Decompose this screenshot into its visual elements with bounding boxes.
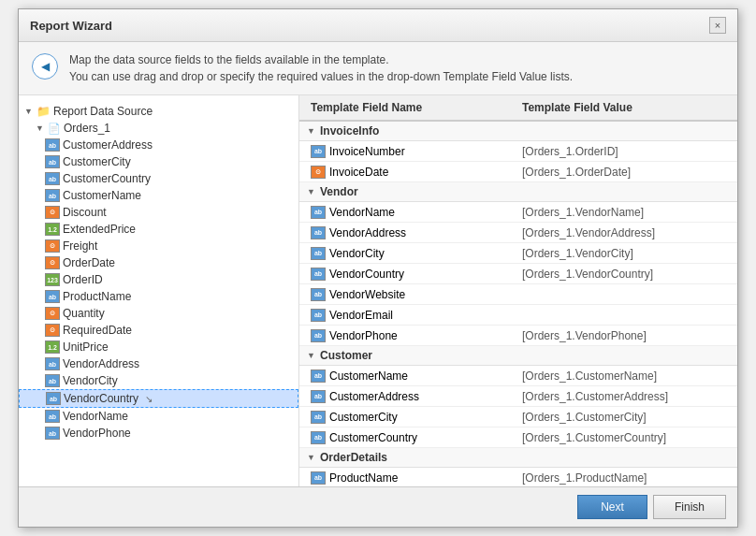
- tree-item[interactable]: abCustomerAddress: [19, 137, 298, 153]
- tree-item[interactable]: abVendorCountry↘: [19, 389, 298, 408]
- cell-value[interactable]: [518, 225, 730, 240]
- cell-value[interactable]: [518, 410, 730, 425]
- field-name: VendorCountry: [64, 392, 138, 405]
- field-type-icon: ⊙: [45, 256, 60, 269]
- group-expand-icon: ▼: [307, 126, 316, 136]
- tree-item[interactable]: 1.2UnitPrice: [19, 339, 298, 355]
- cell-value-input[interactable]: [522, 309, 726, 322]
- cell-value-input[interactable]: [522, 471, 726, 485]
- tree-item[interactable]: abCustomerCity: [19, 153, 298, 170]
- tree-item[interactable]: abVendorAddress: [19, 355, 298, 372]
- tree-item[interactable]: abProductName: [19, 288, 298, 305]
- cell-value-input[interactable]: [522, 431, 726, 444]
- group-expand-icon: ▼: [307, 187, 316, 196]
- group-expand-icon: ▼: [307, 351, 316, 360]
- cell-value[interactable]: [518, 205, 730, 220]
- tree-item[interactable]: abCustomerName: [19, 187, 298, 204]
- group-row: ▼Vendor: [299, 182, 737, 202]
- row-field-name: ProductName: [329, 471, 398, 485]
- cell-value[interactable]: [518, 430, 730, 445]
- cell-name: ab CustomerCountry: [307, 430, 518, 445]
- cell-name: ab VendorAddress: [307, 225, 518, 240]
- table-row: ab VendorAddress: [299, 223, 737, 243]
- group-expand-icon: ▼: [307, 453, 316, 462]
- field-type-icon: ab: [45, 189, 60, 202]
- field-type-icon: ab: [45, 410, 60, 423]
- cell-name: ab VendorWebsite: [307, 287, 518, 302]
- cell-value[interactable]: [518, 144, 730, 159]
- next-button[interactable]: Next: [577, 495, 647, 519]
- field-name: RequiredDate: [63, 324, 132, 337]
- cell-value-input[interactable]: [522, 145, 726, 158]
- tree-item[interactable]: abVendorCity: [19, 372, 298, 389]
- tree-item[interactable]: 123OrderID: [19, 271, 298, 288]
- field-type-icon: ⊙: [45, 206, 60, 219]
- cell-value[interactable]: [518, 308, 730, 323]
- group-label: Customer: [320, 349, 372, 362]
- row-type-icon: ab: [311, 411, 326, 424]
- cell-value-input[interactable]: [522, 369, 726, 383]
- tree-item[interactable]: abVendorName: [19, 408, 298, 425]
- cell-value-input[interactable]: [522, 329, 726, 342]
- tree-item[interactable]: abCustomerCountry: [19, 170, 298, 187]
- table-row: ab VendorCountry: [299, 264, 737, 284]
- field-name: ExtendedPrice: [63, 223, 136, 236]
- content-area: ▼ 📁 Report Data Source ▼ 📄 Orders_1 abCu…: [19, 95, 737, 486]
- row-field-name: VendorCountry: [329, 268, 404, 281]
- tree-item[interactable]: ⊙OrderDate: [19, 254, 298, 271]
- cell-value[interactable]: [518, 267, 730, 282]
- row-field-name: CustomerCountry: [329, 431, 417, 444]
- report-wizard-dialog: Report Wizard × ◀ Map the data source fi…: [18, 8, 738, 528]
- table-body: ▼InvoiceInfo ab InvoiceNumber ⊙ InvoiceD…: [299, 122, 737, 486]
- back-button[interactable]: ◀: [32, 53, 58, 80]
- cell-value-input[interactable]: [522, 268, 726, 281]
- row-type-icon: ab: [311, 431, 326, 444]
- cell-value-input[interactable]: [522, 288, 726, 301]
- field-type-icon: ⊙: [45, 307, 60, 320]
- cell-value[interactable]: [518, 287, 730, 302]
- cell-value-input[interactable]: [522, 390, 726, 403]
- finish-button[interactable]: Finish: [653, 495, 726, 519]
- row-field-name: VendorAddress: [329, 226, 406, 239]
- row-field-name: VendorEmail: [329, 309, 393, 322]
- table-row: ab CustomerName: [299, 366, 737, 386]
- table-row: ab VendorWebsite: [299, 284, 737, 305]
- cell-value[interactable]: [518, 389, 730, 404]
- row-type-icon: ab: [311, 288, 326, 301]
- table-row: ab CustomerCountry: [299, 427, 737, 448]
- tree-item[interactable]: ⊙Quantity: [19, 305, 298, 322]
- tree-item[interactable]: ⊙Discount: [19, 204, 298, 221]
- row-type-icon: ab: [311, 268, 326, 281]
- cell-value[interactable]: [518, 165, 730, 180]
- tree-datasource[interactable]: ▼ 📄 Orders_1: [19, 120, 298, 137]
- cell-value[interactable]: [518, 328, 730, 343]
- row-type-icon: ab: [311, 309, 326, 322]
- tree-section: ▼ 📁 Report Data Source ▼ 📄 Orders_1 abCu…: [19, 99, 298, 445]
- close-button[interactable]: ×: [709, 17, 726, 34]
- tree-root[interactable]: ▼ 📁 Report Data Source: [19, 103, 298, 120]
- row-type-icon: ab: [311, 369, 326, 383]
- row-type-icon: ab: [311, 390, 326, 403]
- field-type-icon: 1.2: [45, 223, 60, 236]
- tree-item[interactable]: abVendorPhone: [19, 425, 298, 442]
- row-field-name: InvoiceNumber: [329, 145, 405, 158]
- tree-item[interactable]: ⊙Freight: [19, 238, 298, 254]
- field-name: Freight: [63, 239, 97, 253]
- field-type-icon: ab: [45, 290, 60, 303]
- cell-value-input[interactable]: [522, 411, 726, 424]
- tree-item[interactable]: ⊙RequiredDate: [19, 322, 298, 339]
- cell-value[interactable]: [518, 471, 730, 485]
- field-name: VendorName: [63, 410, 128, 423]
- cell-value-input[interactable]: [522, 247, 726, 260]
- cell-value-input[interactable]: [522, 206, 726, 219]
- group-label: OrderDetails: [320, 451, 387, 464]
- cell-value-input[interactable]: [522, 226, 726, 239]
- row-type-icon: ⊙: [311, 166, 326, 179]
- cell-value[interactable]: [518, 369, 730, 384]
- cell-value-input[interactable]: [522, 166, 726, 179]
- tree-root-label: Report Data Source: [53, 105, 153, 118]
- cell-value[interactable]: [518, 246, 730, 261]
- cell-name: ab VendorPhone: [307, 328, 518, 343]
- tree-item[interactable]: 1.2ExtendedPrice: [19, 221, 298, 238]
- field-name: CustomerCountry: [63, 172, 151, 185]
